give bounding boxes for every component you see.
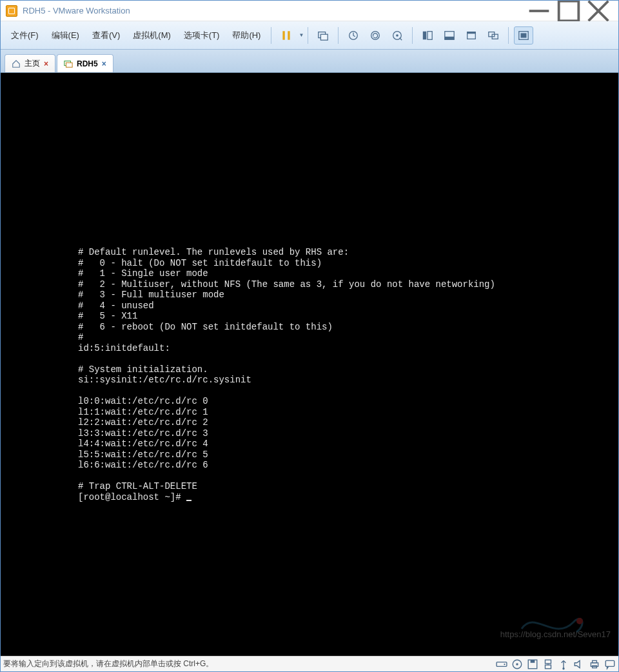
svg-rect-4 — [283, 31, 285, 40]
svg-rect-38 — [605, 660, 614, 666]
divider — [308, 27, 308, 44]
svg-point-34 — [562, 667, 564, 669]
svg-rect-15 — [445, 36, 454, 39]
terminal-content: # Default runlevel. The runlevels used b… — [78, 247, 495, 502]
titlebar: RDH5 - VMware Workstation — [1, 1, 618, 21]
menu-view[interactable]: 查看(V) — [86, 27, 126, 44]
window-controls — [524, 1, 613, 21]
statusbar-device-icons — [496, 659, 616, 669]
app-icon — [6, 5, 17, 17]
menu-file[interactable]: 文件(F) — [5, 27, 45, 44]
snapshot-manager-button[interactable] — [388, 26, 407, 44]
svg-point-26 — [504, 663, 505, 664]
unity-button[interactable] — [484, 26, 503, 44]
tab-home[interactable]: 主页 × — [5, 54, 55, 72]
thumbnail-view-button[interactable] — [440, 26, 459, 44]
menu-tabs[interactable]: 选项卡(T) — [177, 27, 226, 44]
menu-edit[interactable]: 编辑(E) — [45, 27, 86, 44]
tabbar: 主页 × RDH5 × — [1, 50, 618, 73]
svg-point-11 — [397, 34, 399, 37]
divider — [412, 27, 413, 44]
statusbar: 要将输入定向到该虚拟机，请在虚拟机内部单击或按 Ctrl+G。 — [1, 656, 618, 671]
window-title: RDH5 - VMware Workstation — [23, 6, 130, 15]
pause-button[interactable] — [277, 26, 296, 44]
vm-icon — [64, 59, 73, 68]
tab-rdh5-label: RDH5 — [77, 59, 98, 68]
svg-rect-17 — [467, 32, 476, 34]
svg-rect-7 — [321, 34, 328, 40]
stretch-guest-button[interactable] — [514, 26, 533, 44]
svg-rect-13 — [427, 31, 432, 39]
minimize-button[interactable] — [524, 1, 554, 21]
power-dropdown-icon[interactable]: ▼ — [299, 32, 304, 38]
usb-icon[interactable] — [558, 659, 569, 669]
statusbar-message: 要将输入定向到该虚拟机，请在虚拟机内部单击或按 Ctrl+G。 — [3, 658, 213, 669]
watermark-text: https://blog.csdn.net/Seven17 — [500, 629, 611, 639]
menubar: 文件(F) 编辑(E) 查看(V) 虚拟机(M) 选项卡(T) 帮助(H) ▼ — [1, 21, 618, 50]
divider — [338, 27, 339, 44]
svg-rect-30 — [531, 660, 535, 663]
divider — [271, 27, 271, 44]
tab-rdh5-close[interactable]: × — [102, 59, 106, 68]
tab-rdh5[interactable]: RDH5 × — [57, 54, 113, 72]
snapshot-take-button[interactable] — [344, 26, 363, 44]
send-ctrl-alt-del-button[interactable] — [313, 26, 333, 44]
svg-point-24 — [576, 618, 583, 624]
svg-rect-32 — [545, 665, 551, 669]
show-library-button[interactable] — [418, 26, 437, 44]
printer-icon[interactable] — [589, 659, 600, 669]
svg-rect-1 — [559, 1, 579, 21]
svg-rect-12 — [423, 31, 426, 39]
cd-icon[interactable] — [511, 659, 523, 669]
svg-rect-36 — [593, 660, 597, 662]
floppy-icon[interactable] — [527, 659, 538, 669]
terminal-view[interactable]: # Default runlevel. The runlevels used b… — [1, 73, 618, 656]
sound-icon[interactable] — [573, 659, 585, 669]
menu-help[interactable]: 帮助(H) — [226, 27, 267, 44]
maximize-button[interactable] — [554, 1, 584, 21]
svg-point-28 — [516, 663, 518, 665]
tab-home-label: 主页 — [25, 58, 40, 69]
hard-disk-icon[interactable] — [496, 659, 507, 669]
home-icon — [12, 59, 21, 68]
svg-rect-31 — [545, 660, 551, 664]
svg-rect-23 — [66, 63, 73, 67]
svg-rect-5 — [288, 31, 290, 40]
menu-vm[interactable]: 虚拟机(M) — [126, 27, 177, 44]
tab-home-close[interactable]: × — [44, 59, 48, 68]
divider — [508, 27, 509, 44]
svg-rect-21 — [521, 33, 527, 37]
close-button[interactable] — [584, 1, 613, 21]
message-icon[interactable] — [604, 659, 616, 669]
network-icon[interactable] — [542, 659, 554, 669]
fullscreen-button[interactable] — [462, 26, 481, 44]
snapshot-revert-button[interactable] — [366, 26, 385, 44]
